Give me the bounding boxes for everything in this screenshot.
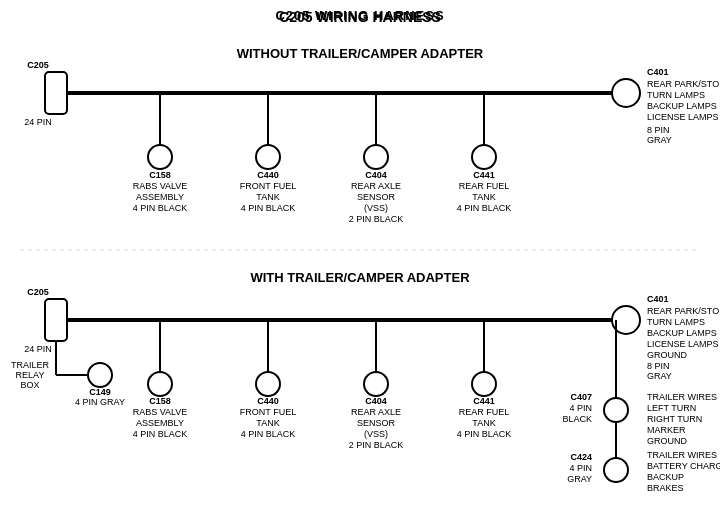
- svg-text:C205 WIRING HARNESS: C205 WIRING HARNESS: [279, 9, 441, 25]
- svg-text:C401: C401: [647, 294, 669, 304]
- svg-point-20: [256, 145, 280, 169]
- svg-text:C158: C158: [149, 396, 171, 406]
- svg-text:C404: C404: [365, 170, 387, 180]
- svg-text:TRAILER WIRES: TRAILER WIRES: [647, 450, 717, 460]
- svg-text:4 PIN BLACK: 4 PIN BLACK: [133, 203, 188, 213]
- svg-text:BATTERY CHARGE: BATTERY CHARGE: [647, 461, 720, 471]
- svg-text:GRAY: GRAY: [647, 135, 672, 145]
- svg-text:4 PIN BLACK: 4 PIN BLACK: [241, 203, 296, 213]
- svg-text:REAR PARK/STOP: REAR PARK/STOP: [647, 79, 720, 89]
- svg-text:ASSEMBLY: ASSEMBLY: [136, 418, 184, 428]
- svg-text:REAR AXLE: REAR AXLE: [351, 407, 401, 417]
- svg-text:BACKUP LAMPS: BACKUP LAMPS: [647, 328, 717, 338]
- svg-point-81: [148, 372, 172, 396]
- svg-text:RIGHT TURN: RIGHT TURN: [647, 414, 702, 424]
- svg-text:WITH  TRAILER/CAMPER  ADAPTER: WITH TRAILER/CAMPER ADAPTER: [250, 270, 470, 285]
- svg-text:C205: C205: [27, 60, 49, 70]
- svg-text:TURN LAMPS: TURN LAMPS: [647, 317, 705, 327]
- svg-text:REAR AXLE: REAR AXLE: [351, 181, 401, 191]
- svg-point-62: [604, 398, 628, 422]
- svg-text:TANK: TANK: [256, 418, 279, 428]
- svg-text:BACKUP LAMPS: BACKUP LAMPS: [647, 101, 717, 111]
- svg-text:24 PIN: 24 PIN: [24, 117, 52, 127]
- svg-text:C158: C158: [149, 170, 171, 180]
- svg-text:BOX: BOX: [20, 380, 39, 390]
- svg-point-100: [472, 372, 496, 396]
- svg-text:SENSOR: SENSOR: [357, 418, 396, 428]
- svg-text:REAR FUEL: REAR FUEL: [459, 181, 510, 191]
- wiring-diagram: WITHOUT TRAILER/CAMPER ADAPTER C205 24 P…: [0, 0, 720, 517]
- svg-text:8 PIN: 8 PIN: [647, 361, 670, 371]
- svg-text:GRAY: GRAY: [567, 474, 592, 484]
- svg-text:4 PIN BLACK: 4 PIN BLACK: [241, 429, 296, 439]
- svg-text:REAR PARK/STOP: REAR PARK/STOP: [647, 306, 720, 316]
- svg-text:C440: C440: [257, 170, 279, 180]
- svg-text:BLACK: BLACK: [562, 414, 592, 424]
- svg-text:SENSOR: SENSOR: [357, 192, 396, 202]
- svg-text:TANK: TANK: [472, 192, 495, 202]
- svg-text:LICENSE LAMPS: LICENSE LAMPS: [647, 339, 719, 349]
- svg-text:RABS VALVE: RABS VALVE: [133, 407, 188, 417]
- svg-text:ASSEMBLY: ASSEMBLY: [136, 192, 184, 202]
- svg-rect-41: [45, 299, 67, 341]
- svg-text:C404: C404: [365, 396, 387, 406]
- svg-text:TANK: TANK: [472, 418, 495, 428]
- svg-text:4 PIN BLACK: 4 PIN BLACK: [133, 429, 188, 439]
- svg-text:C149: C149: [89, 387, 111, 397]
- svg-text:4 PIN BLACK: 4 PIN BLACK: [457, 203, 512, 213]
- svg-text:LEFT TURN: LEFT TURN: [647, 403, 696, 413]
- svg-text:C440: C440: [257, 396, 279, 406]
- svg-rect-2: [45, 72, 67, 114]
- svg-text:2 PIN BLACK: 2 PIN BLACK: [349, 440, 404, 450]
- svg-text:MARKER: MARKER: [647, 425, 686, 435]
- svg-text:C205: C205: [27, 287, 49, 297]
- svg-text:C441: C441: [473, 396, 495, 406]
- svg-text:REAR FUEL: REAR FUEL: [459, 407, 510, 417]
- svg-text:FRONT FUEL: FRONT FUEL: [240, 407, 296, 417]
- svg-text:8 PIN: 8 PIN: [647, 125, 670, 135]
- svg-text:GROUND: GROUND: [647, 436, 687, 446]
- svg-point-5: [612, 79, 640, 107]
- svg-text:RELAY: RELAY: [16, 370, 45, 380]
- svg-text:(VSS): (VSS): [364, 203, 388, 213]
- svg-text:4 PIN: 4 PIN: [569, 463, 592, 473]
- svg-text:C407: C407: [570, 392, 592, 402]
- svg-point-26: [364, 145, 388, 169]
- svg-text:C441: C441: [473, 170, 495, 180]
- svg-text:BRAKES: BRAKES: [647, 483, 684, 493]
- svg-text:GRAY: GRAY: [647, 371, 672, 381]
- svg-text:4 PIN GRAY: 4 PIN GRAY: [75, 397, 125, 407]
- svg-point-93: [364, 372, 388, 396]
- page: C205 WIRING HARNESS WITHOUT TRAILER/CAMP…: [0, 0, 720, 517]
- svg-text:TANK: TANK: [256, 192, 279, 202]
- svg-point-33: [472, 145, 496, 169]
- svg-text:TURN LAMPS: TURN LAMPS: [647, 90, 705, 100]
- svg-point-72: [604, 458, 628, 482]
- svg-text:TRAILER: TRAILER: [11, 360, 50, 370]
- svg-point-14: [148, 145, 172, 169]
- svg-text:GROUND: GROUND: [647, 350, 687, 360]
- svg-text:BACKUP: BACKUP: [647, 472, 684, 482]
- svg-point-87: [256, 372, 280, 396]
- svg-text:4 PIN BLACK: 4 PIN BLACK: [457, 429, 512, 439]
- svg-text:WITHOUT  TRAILER/CAMPER  ADAPT: WITHOUT TRAILER/CAMPER ADAPTER: [237, 46, 484, 61]
- svg-text:C401: C401: [647, 67, 669, 77]
- svg-point-49: [88, 363, 112, 387]
- svg-text:RABS VALVE: RABS VALVE: [133, 181, 188, 191]
- svg-text:(VSS): (VSS): [364, 429, 388, 439]
- svg-text:C424: C424: [570, 452, 592, 462]
- svg-text:LICENSE LAMPS: LICENSE LAMPS: [647, 112, 719, 122]
- svg-text:2 PIN BLACK: 2 PIN BLACK: [349, 214, 404, 224]
- svg-text:24 PIN: 24 PIN: [24, 344, 52, 354]
- svg-text:TRAILER WIRES: TRAILER WIRES: [647, 392, 717, 402]
- svg-text:4 PIN: 4 PIN: [569, 403, 592, 413]
- svg-text:FRONT FUEL: FRONT FUEL: [240, 181, 296, 191]
